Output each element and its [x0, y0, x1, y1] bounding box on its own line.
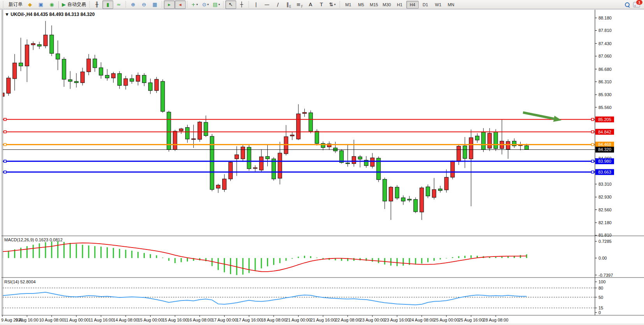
- support-line-2-right-handle[interactable]: [591, 171, 594, 173]
- horizontal-line-icon: —: [265, 2, 270, 7]
- autotrading-button[interactable]: ▶ 自动交易: [60, 0, 88, 9]
- svg-text:22 Aug 08:00: 22 Aug 08:00: [335, 318, 360, 322]
- svg-text:85.560: 85.560: [598, 105, 612, 110]
- chart-title: ▼ UKOil-,H4 84.435 84.493 84.313 84.320: [5, 12, 95, 17]
- horizontal-line-button[interactable]: —: [261, 0, 272, 9]
- chevron-down-icon[interactable]: ▾: [207, 3, 209, 6]
- svg-text:0.7285: 0.7285: [598, 239, 612, 244]
- svg-text:15 Aug 00:00: 15 Aug 00:00: [138, 318, 163, 322]
- crosshair-button[interactable]: ┼: [236, 0, 247, 9]
- fibonacci-button[interactable]: ≡F: [294, 0, 305, 9]
- profile-button[interactable]: ▣: [35, 0, 46, 9]
- text-icon: A: [309, 2, 312, 7]
- vertical-line-button[interactable]: |: [251, 0, 261, 9]
- chevron-down-icon[interactable]: ▾: [196, 3, 198, 6]
- zoom-out-icon: ⊖: [142, 2, 146, 7]
- svg-text:84.842: 84.842: [598, 130, 611, 134]
- template-button[interactable]: ▤▾: [211, 0, 222, 9]
- resistance-line-2-right-handle[interactable]: [591, 131, 594, 133]
- search-icon[interactable]: [625, 2, 630, 7]
- candlestick-chart-icon: ▮: [106, 2, 109, 7]
- svg-text:86.680: 86.680: [598, 67, 612, 72]
- arrows-icon: ⇅: [329, 2, 333, 7]
- channel-button[interactable]: ∥E: [283, 0, 294, 9]
- svg-text:17 Aug 00:00: 17 Aug 00:00: [212, 318, 237, 322]
- resistance-line-1-left-handle[interactable]: [4, 118, 6, 121]
- crosshair-icon: ┼: [240, 2, 243, 7]
- timeframe-button-m30[interactable]: M30: [381, 1, 393, 9]
- chat-icon[interactable]: 1: [633, 2, 640, 7]
- arrows-button[interactable]: ⇅▾: [327, 0, 338, 9]
- metaeditor-icon: ◆: [28, 2, 32, 7]
- trendline-button[interactable]: /: [272, 0, 283, 9]
- svg-text:83.663: 83.663: [598, 170, 611, 174]
- timeframe-button-m15[interactable]: M15: [368, 1, 380, 9]
- chevron-down-icon[interactable]: ▾: [218, 3, 220, 6]
- toolbar-grip: [339, 1, 341, 8]
- support-line-1-right-handle[interactable]: [591, 160, 594, 162]
- toolbar-grip: [223, 1, 225, 8]
- svg-text:18 Aug 08:00: 18 Aug 08:00: [261, 318, 286, 322]
- resistance-line-1-right-handle[interactable]: [591, 118, 594, 121]
- period-button[interactable]: ⊙▾: [200, 0, 211, 9]
- timeframe-button-m1[interactable]: M1: [342, 1, 354, 9]
- pivot-line-right-handle[interactable]: [591, 143, 594, 146]
- timeframe-button-d1[interactable]: D1: [419, 1, 432, 9]
- svg-text:88.180: 88.180: [598, 16, 612, 20]
- timeframe-button-h1[interactable]: H1: [393, 1, 406, 9]
- cursor-button[interactable]: ↖: [225, 0, 236, 9]
- svg-text:85.930: 85.930: [598, 92, 612, 97]
- autotrading-label: 自动交易: [67, 1, 86, 8]
- svg-text:14 Aug 08:00: 14 Aug 08:00: [113, 318, 139, 322]
- line-chart-icon: ≈: [117, 2, 121, 7]
- zoom-out-button[interactable]: ⊖: [139, 0, 149, 9]
- tile-windows-icon: ▦: [153, 2, 157, 7]
- auto-scroll-button[interactable]: ▸: [164, 0, 175, 9]
- timeframe-button-h4[interactable]: H4: [406, 1, 419, 9]
- auto-scroll-icon: ▸: [168, 2, 171, 7]
- pivot-line-left-handle[interactable]: [4, 143, 6, 146]
- svg-text:17 Aug 16:00: 17 Aug 16:00: [237, 318, 262, 322]
- timeframe-button-m5[interactable]: M5: [355, 1, 367, 9]
- svg-text:21 Aug 00:00: 21 Aug 00:00: [286, 318, 311, 322]
- svg-text:11 Aug 16:00: 11 Aug 16:00: [89, 318, 114, 322]
- new-order-button[interactable]: 新订单: [5, 0, 24, 9]
- svg-text:0: 0: [598, 310, 601, 315]
- candlestick-chart-button[interactable]: ▮: [102, 0, 113, 9]
- svg-text:83.310: 83.310: [598, 182, 612, 186]
- rsi-label: RSI(14) 52.8004: [4, 279, 36, 284]
- svg-text:81.810: 81.810: [598, 233, 612, 237]
- timeframe-button-w1[interactable]: W1: [432, 1, 444, 9]
- text-button[interactable]: A: [305, 0, 316, 9]
- toolbar-grip: [2, 1, 4, 8]
- channel-icon-sub: E: [289, 5, 291, 9]
- main-toolbar: 新订单 ◆▣◉ ▶ 自动交易 ╫▮≈⊕⊖▦▸◂+▾⊙▾▤▾↖┼|—/∥E≡FAT…: [0, 0, 644, 9]
- resistance-line-2-left-handle[interactable]: [4, 131, 6, 133]
- timeframe-button-mn[interactable]: MN: [445, 1, 457, 9]
- fibonacci-icon: ≡: [297, 2, 301, 7]
- toolbar-right-group: 1: [625, 2, 642, 7]
- signal-button[interactable]: ◉: [46, 0, 57, 9]
- toolbar-grip: [89, 1, 91, 8]
- svg-text:23 Aug 00:00: 23 Aug 00:00: [360, 318, 385, 322]
- chart-shift-button[interactable]: ◂: [175, 0, 186, 9]
- svg-text:87.810: 87.810: [598, 28, 612, 33]
- chart-area[interactable]: 88.18087.81087.43087.06086.68086.31085.9…: [0, 9, 644, 325]
- support-line-1-left-handle[interactable]: [4, 160, 6, 162]
- chevron-down-icon[interactable]: ▾: [334, 3, 335, 6]
- zoom-in-button[interactable]: ⊕: [128, 0, 139, 9]
- svg-text:23 Aug 16:00: 23 Aug 16:00: [384, 318, 410, 322]
- template-icon: ▤: [213, 2, 218, 7]
- add-indicator-icon: +: [191, 2, 196, 7]
- support-line-2-left-handle[interactable]: [4, 171, 6, 173]
- tile-windows-button[interactable]: ▦: [149, 0, 160, 9]
- profile-icon: ▣: [39, 2, 43, 7]
- label-button[interactable]: T: [316, 0, 327, 9]
- svg-text:0.00: 0.00: [598, 256, 607, 260]
- line-chart-button[interactable]: ≈: [113, 0, 124, 9]
- svg-text:87.430: 87.430: [598, 41, 612, 46]
- add-indicator-button[interactable]: +▾: [189, 0, 200, 9]
- metaeditor-button[interactable]: ◆: [25, 0, 35, 9]
- svg-text:87.060: 87.060: [598, 54, 612, 58]
- bar-chart-button[interactable]: ╫: [91, 0, 102, 9]
